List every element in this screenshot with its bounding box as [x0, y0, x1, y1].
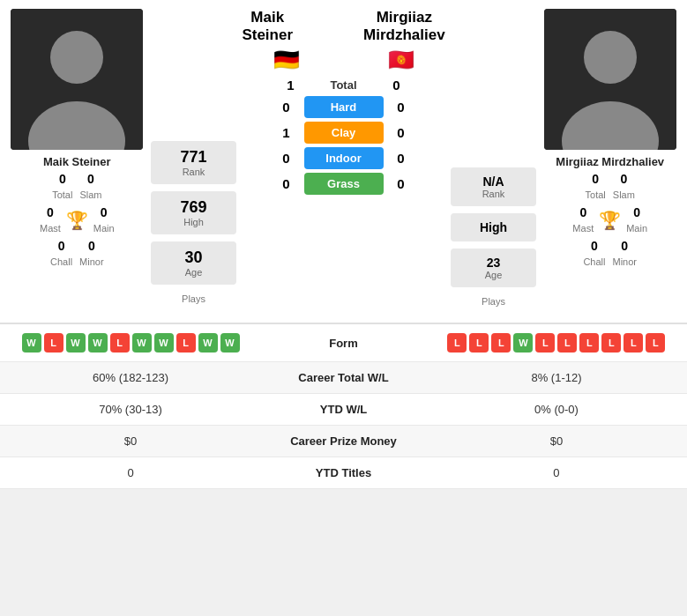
hard-button[interactable]: Hard: [304, 96, 384, 118]
player1-high-label: High: [151, 217, 237, 227]
stat-center-1: YTD W/L: [261, 394, 426, 426]
total-label: Total: [309, 78, 379, 92]
indoor-button[interactable]: Indoor: [304, 147, 384, 169]
form-badge: L: [447, 333, 467, 353]
player1-flag: 🇩🇪: [273, 48, 300, 72]
form-badge: W: [66, 333, 86, 353]
player2-rank-label: Rank: [451, 189, 537, 199]
form-badge: L: [110, 333, 130, 353]
player2-rank-box: N/A Rank: [451, 167, 537, 206]
player1-total-value: 0: [52, 172, 72, 186]
stat-left-3: 0: [0, 457, 261, 489]
player1-main-value: 0: [93, 205, 115, 219]
player1-minor-value: 0: [79, 239, 104, 253]
main-container: Maik Steiner 0 Total 0 Slam 0 Mast 🏆: [0, 0, 687, 489]
player1-header-name: Maik Steiner: [242, 9, 293, 44]
player1-mid-stats: 771 Rank 769 High 30 Age Plays: [150, 9, 238, 307]
clay-button[interactable]: Clay: [304, 122, 384, 144]
player1-minor-stat: 0 Minor: [79, 239, 104, 269]
player1-name: Maik Steiner: [43, 155, 111, 168]
player1-trophy-icon: 🏆: [66, 210, 88, 231]
total-row: 1 Total 0: [242, 78, 444, 93]
total-score-right: 0: [388, 78, 406, 93]
player2-mid-stats: N/A Rank High 23 Age Plays: [450, 9, 538, 307]
player2-flag: 🇰🇬: [388, 48, 414, 72]
grass-score-left: 0: [278, 176, 295, 191]
stat-right-0: 8% (1-12): [426, 362, 687, 394]
player1-rank-box: 771 Rank: [151, 141, 237, 184]
form-badge: L: [44, 333, 63, 353]
form-badge: L: [176, 333, 196, 353]
form-badge: L: [535, 333, 555, 353]
player2-total-stat: 0 Total: [586, 172, 606, 202]
player1-slam-stat: 0 Slam: [79, 172, 101, 202]
player1-chall-stat: 0 Chall: [50, 239, 72, 269]
form-badge: W: [154, 333, 174, 353]
form-badge: W: [198, 333, 218, 353]
player2-main-value: 0: [626, 205, 647, 219]
clay-score-right: 0: [392, 125, 410, 140]
hard-score-right: 0: [392, 100, 410, 115]
player2-avatar: [544, 9, 676, 150]
indoor-row: 0 Indoor 0: [242, 147, 444, 169]
player1-chall-value: 0: [50, 239, 72, 253]
player2-minor-stat: 0 Minor: [612, 239, 637, 269]
player1-plays-label: Plays: [182, 293, 205, 304]
form-right: LLLWLLLLLL: [426, 324, 687, 362]
form-badge: L: [579, 333, 599, 353]
player2-slam-value: 0: [613, 172, 635, 186]
player2-name: Mirgiiaz Mirdzhaliev: [556, 155, 664, 168]
stats-row: 60% (182-123) Career Total W/L 8% (1-12): [0, 362, 687, 394]
form-label: Form: [261, 324, 426, 362]
svg-point-4: [584, 31, 637, 84]
stat-right-3: 0: [426, 457, 687, 489]
player1-main-stat: 0 Main: [93, 205, 115, 235]
flags-row: 🇩🇪 🇰🇬: [242, 48, 444, 72]
stat-left-2: $0: [0, 426, 261, 457]
player2-high-value: High: [451, 220, 537, 234]
player1-card: Maik Steiner 0 Total 0 Slam 0 Mast 🏆: [9, 9, 146, 307]
player2-minor-label: Minor: [612, 256, 637, 267]
player1-mast-value: 0: [40, 205, 61, 219]
player1-mast-stat: 0 Mast: [40, 205, 61, 235]
form-badge: L: [491, 333, 511, 353]
form-badge: L: [601, 333, 621, 353]
player1-mast-label: Mast: [40, 223, 61, 234]
player2-rank-value: N/A: [451, 174, 537, 189]
player1-age-box: 30 Age: [151, 241, 237, 285]
form-row: WLWWLWWLWW Form LLLWLLLLLL: [0, 324, 687, 362]
stat-right-2: $0: [426, 426, 687, 457]
player2-chall-value: 0: [583, 239, 605, 253]
stat-right-1: 0% (0-0): [426, 394, 687, 426]
clay-row: 1 Clay 0: [242, 122, 444, 144]
player2-plays-label: Plays: [482, 296, 505, 307]
player1-chall-label: Chall: [50, 256, 72, 267]
form-badge: W: [22, 333, 41, 353]
player1-minor-label: Minor: [79, 256, 104, 267]
player2-age-box: 23 Age: [451, 249, 537, 287]
stat-center-0: Career Total W/L: [261, 362, 426, 394]
total-score-left: 1: [282, 78, 300, 93]
player2-chall-stat: 0 Chall: [583, 239, 605, 269]
form-badge: W: [220, 333, 240, 353]
player1-rank-label: Rank: [151, 167, 237, 177]
player2-total-value: 0: [586, 172, 606, 186]
form-badge: W: [88, 333, 108, 353]
form-badge: L: [469, 333, 489, 353]
player2-main-stat: 0 Main: [626, 205, 647, 235]
player2-trophy-icon: 🏆: [599, 210, 621, 231]
indoor-score-right: 0: [392, 151, 410, 166]
stats-row: 70% (30-13) YTD W/L 0% (0-0): [0, 394, 687, 426]
player1-stats-row1: 0 Total 0 Slam: [52, 172, 101, 202]
player1-age-value: 30: [151, 249, 237, 267]
player1-rank-value: 771: [151, 148, 237, 167]
matchup-center: Maik Steiner Mirgiiaz Mirdzhaliev 🇩🇪 🇰🇬 …: [242, 9, 444, 307]
grass-button[interactable]: Grass: [304, 173, 384, 195]
player1-total-stat: 0 Total: [52, 172, 72, 202]
player-names-header: Maik Steiner Mirgiiaz Mirdzhaliev: [242, 9, 444, 44]
form-badge: L: [557, 333, 577, 353]
form-badge: W: [132, 333, 152, 353]
player2-age-value: 23: [451, 256, 537, 270]
player1-total-label: Total: [52, 189, 72, 200]
player2-form-badges: LLLWLLLLLL: [440, 333, 673, 353]
